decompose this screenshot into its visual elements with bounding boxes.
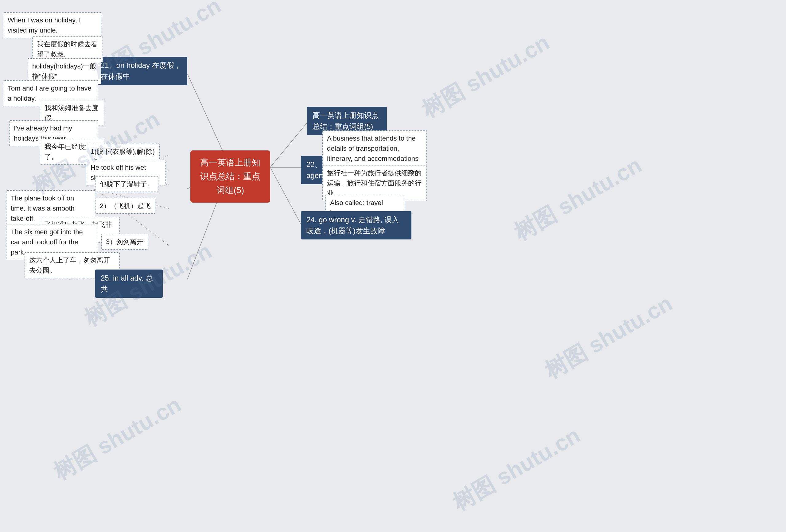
node-25-header: 25. in all adv. 总共: [95, 270, 163, 298]
node-21-label: 21、on holiday 在度假，在休假中: [101, 61, 182, 80]
node-23-c4: 他脱下了湿鞋子。: [95, 176, 158, 192]
node-21-header: 21、on holiday 在度假，在休假中: [95, 57, 187, 85]
svg-line-5: [270, 167, 301, 224]
watermark-7: 树图 shutu.cn: [539, 288, 678, 385]
node-21-e1: When I was on holiday, I visited my uncl…: [3, 12, 101, 38]
watermark-5: 树图 shutu.cn: [417, 28, 555, 124]
watermark-4: 树图 shutu.cn: [48, 390, 186, 487]
node-24-header: 24. go wrong v. 走错路, 误入岐途，(机器等)发生故障: [301, 211, 411, 239]
center-label: 高一英语上册知识点总结：重点词组(5): [200, 158, 260, 195]
center-node: 高一英语上册知识点总结：重点词组(5): [190, 151, 270, 203]
node-23-m2: 2）（飞机）起飞: [95, 198, 155, 214]
node-23-m3: 3）匆匆离开: [101, 234, 148, 250]
watermark-8: 树图 shutu.cn: [447, 421, 585, 517]
watermark-6: 树图 shutu.cn: [509, 151, 647, 247]
